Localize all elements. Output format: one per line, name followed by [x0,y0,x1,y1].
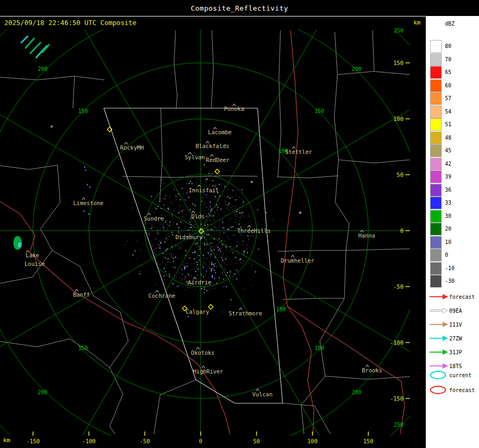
map-symbol-icon: + [299,210,302,216]
city-label: Lacombe [208,129,232,135]
right-axis-label: -100 [390,339,403,346]
azimuth-line [201,231,346,448]
range-ring [0,0,426,448]
colorbar-swatch [430,236,442,249]
bottom-axis-label: 50 [253,438,260,444]
legend-label: forecast [449,294,475,300]
county-boundary-line [211,30,213,108]
city-label: Olds [191,213,204,219]
colorbar-value: 57 [445,95,451,101]
radar-map-canvas[interactable]: 250200150150200100100150200150200250Pono… [0,0,426,448]
colorbar-title: dBZ [445,21,455,27]
city-label: Ponoka [224,105,244,112]
bottom-axis-label: 100 [308,438,318,444]
echo-streak [36,46,47,58]
colorbar-value: 54 [445,109,451,115]
colorbar-value: -10 [445,265,455,271]
colorbar-swatch [430,66,442,79]
colorbar-value: 48 [445,135,451,141]
ring-distance-label: 200 [352,66,361,72]
city-label: Airdrie [188,279,211,286]
azimuth-line [56,231,201,448]
side-panel: dBZ 807065605754514845423936333020100-10… [426,17,479,448]
bottom-axis-label: -50 [140,438,150,444]
city-label: Brooks [362,367,382,373]
city-label: Vulcan [252,391,272,397]
colorbar-swatch [430,132,442,144]
colorbar-value: -30 [445,278,455,284]
city-label: Innisfail [189,187,219,193]
colorbar-swatch [430,105,442,118]
colorbar-value: 30 [445,213,451,219]
west-echo-patches [13,36,213,278]
echo-blob-core [18,242,22,248]
colorbar-value: 45 [445,148,451,153]
legend-label: 18TS [449,363,462,369]
ring-distance-label: 200 [38,389,47,395]
colorbar-value: 60 [445,83,451,88]
city-label: Stettler [285,149,312,155]
colorbar-swatch [430,275,442,288]
city-label: Blackfalds [195,143,229,149]
right-axis-label: 100 [393,116,403,122]
right-axis-label: -50 [393,283,403,290]
scan-sector-line [104,108,196,380]
ring-distance-label: 150 [78,108,88,114]
colorbar-value: 51 [445,121,451,127]
county-boundary-line [0,339,110,368]
colorbar-value: 65 [445,69,451,75]
ring-distance-label: 250 [394,28,403,34]
city-label: HighRiver [193,368,224,374]
colorbar-value: 80 [445,43,451,49]
legend-symbol-09ea [429,306,449,317]
county-boundary-line [337,71,410,75]
legend-label: 27ZW [449,336,462,341]
colorbar-swatch [430,144,442,157]
county-boundary-line [335,160,349,250]
colorbar-value: 10 [445,239,451,245]
bottom-axis-label: -150 [26,438,39,444]
highway-line [283,30,314,434]
legend-symbol-111v [429,320,449,331]
bottom-axis-label: -100 [82,438,95,444]
bottom-axis-label: 0 [199,438,202,444]
ring-distance-label: 150 [315,108,324,114]
city-label: Banff [73,291,90,298]
city-label: RockyMH [120,144,144,151]
highway-line [287,306,404,434]
city-label: Strathmore [228,310,262,316]
colorbar-value: 33 [445,200,451,206]
timestamp-label: 2025/09/18 22:46:50 UTC Composite [4,19,136,27]
city-label: Sundre [144,215,164,222]
colorbar-swatch [430,158,442,170]
colorbar-swatch [430,79,442,92]
legend-symbol-forecast [429,292,449,304]
county-boundary-line [0,165,57,169]
legend-label: current [449,372,472,378]
site-marker-diamond-icon [215,169,220,174]
colorbar-swatch [430,223,442,235]
county-boundary-line [160,108,162,202]
county-boundary-line [283,298,344,299]
echo-streak [26,38,34,48]
km-unit-top: km [414,19,420,26]
colorbar-swatch [430,92,442,105]
azimuth-line [201,0,346,231]
right-axis-label: 50 [397,172,403,178]
ring-distance-label: 250 [394,422,403,428]
map-symbol-icon: * [50,125,53,131]
colorbar-swatch [430,210,442,223]
range-ring [0,7,424,448]
county-boundary-line [334,32,338,160]
colorbar-swatch [430,118,442,131]
colorbar-value: 39 [445,174,451,180]
colorbar-swatch [430,262,442,275]
county-boundary-line [338,160,410,163]
city-label: Didsbury [176,234,203,240]
colorbar-swatch [430,170,442,183]
colorbar-swatch [430,184,442,197]
azimuth-line [0,86,201,231]
colorbar-swatch [430,197,442,209]
county-boundary-line [278,30,281,177]
county-boundary-line [277,176,338,178]
